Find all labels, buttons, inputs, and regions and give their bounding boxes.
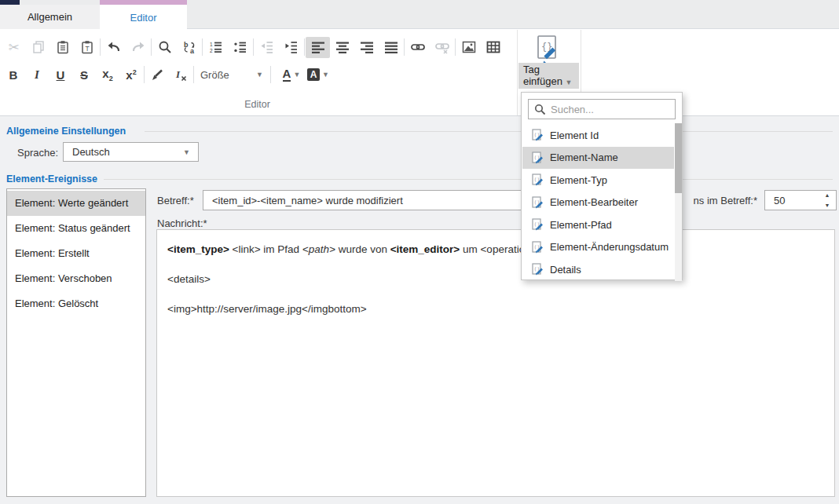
undo-icon [107, 40, 121, 54]
subject-label: Betreff:* [157, 195, 194, 206]
tab-allgemein-label: Allgemein [27, 11, 72, 23]
align-left-button[interactable] [306, 37, 330, 58]
align-right-button[interactable] [354, 37, 379, 58]
bullet-list-button[interactable] [228, 37, 252, 58]
element-events-title: Element-Ereignisse [6, 173, 97, 184]
redo-icon [131, 40, 145, 54]
tag-menu-item[interactable]: ()Element-Typ [522, 169, 674, 191]
search-icon [534, 104, 546, 115]
text-color-button[interactable]: A▼ [278, 65, 305, 85]
svg-text:T: T [85, 45, 89, 53]
cut-button[interactable]: ✂ [2, 37, 26, 58]
tag-search-box[interactable] [528, 99, 676, 119]
tag-menu-item[interactable]: ()Element-Bearbeiter [522, 192, 674, 214]
paste-button[interactable] [50, 37, 75, 58]
paste-icon [56, 40, 70, 54]
insert-table-button[interactable] [481, 37, 505, 58]
indent-icon [284, 40, 299, 54]
tag-menu-item-label: Element-Name [550, 152, 618, 163]
chevron-down-icon: ▼ [293, 71, 300, 79]
strikethrough-button[interactable]: S [72, 65, 96, 85]
toolbar-separator [404, 38, 405, 56]
superscript-button[interactable]: x2 [119, 65, 143, 85]
background-color-icon: A [307, 68, 320, 81]
toolbar-separator [304, 38, 305, 56]
event-list-item[interactable]: Element: Verschoben [7, 266, 145, 291]
italic-button[interactable]: I [25, 65, 49, 85]
subject-limit-input[interactable] [765, 191, 820, 210]
insert-tag-icon: {} [533, 35, 564, 66]
toolbar-separator [151, 38, 152, 56]
event-list-item[interactable]: Element: Werte geändert [7, 191, 145, 216]
tag-menu-item[interactable]: ()Element Id [522, 124, 674, 146]
tab-allgemein[interactable]: Allgemein [0, 5, 100, 29]
ordered-list-button[interactable]: 12 [203, 37, 228, 58]
replace-button[interactable]: ba [177, 37, 201, 58]
spinner-arrows: ▲▼ [823, 192, 831, 208]
spinner-up-icon[interactable]: ▲ [825, 192, 830, 198]
background-color-button[interactable]: A▼ [305, 65, 332, 85]
tag-menu-item-label: Details [550, 264, 581, 276]
insert-image-button[interactable] [456, 37, 481, 58]
message-editor[interactable]: <item_type> <link> im Pfad <path> wurde … [156, 229, 835, 497]
justify-button[interactable] [379, 37, 403, 58]
tab-editor-label: Editor [130, 12, 157, 24]
svg-text:I: I [175, 68, 181, 80]
clear-formatting-button[interactable]: I [169, 65, 192, 85]
language-select-value: Deutsch [72, 146, 110, 158]
toolbar-separator [144, 66, 145, 83]
undo-button[interactable] [101, 37, 126, 58]
tag-menu-item-label: Element-Typ [550, 174, 607, 186]
format-painter-button[interactable] [145, 65, 169, 85]
bold-button[interactable]: B [2, 65, 25, 85]
toolbar-row-1: ✂ T ba 12 [2, 36, 505, 58]
tag-icon: () [532, 263, 544, 276]
toolbar-separator [193, 66, 194, 83]
indent-button[interactable] [279, 37, 303, 58]
underline-button[interactable]: U [49, 65, 72, 85]
menu-scrollbar-thumb[interactable] [675, 123, 682, 193]
event-list-item[interactable]: Element: Status geändert [7, 216, 145, 241]
menu-scrollbar[interactable] [675, 123, 682, 281]
settings-content: Allgemeine Einstellungen Sprache: Deutsc… [0, 116, 839, 504]
tag-search-input[interactable] [546, 104, 689, 115]
tag-icon: () [532, 152, 544, 164]
paste-as-text-button[interactable]: T [75, 37, 99, 58]
event-list-item[interactable]: Element: Gelöscht [7, 291, 145, 316]
chevron-down-icon: ▼ [566, 79, 573, 86]
unlink-button[interactable] [430, 37, 454, 58]
link-button[interactable] [405, 37, 430, 58]
general-settings-title: Allgemeine Einstellungen [6, 126, 126, 137]
event-list-item[interactable]: Element: Erstellt [7, 241, 145, 266]
tag-menu-item[interactable]: ()Details [522, 258, 674, 280]
tag-menu-item[interactable]: ()Element-Name [522, 147, 674, 169]
tab-editor[interactable]: Editor [100, 0, 187, 30]
outdent-button[interactable] [255, 37, 279, 58]
svg-text:2: 2 [210, 48, 213, 53]
align-left-icon [311, 40, 325, 54]
font-size-dropdown-label: Größe [200, 69, 229, 81]
tag-icon: () [532, 218, 544, 231]
section-divider [104, 179, 833, 180]
align-center-button[interactable] [330, 37, 354, 58]
subscript-button[interactable]: x2 [96, 65, 119, 85]
language-select[interactable]: Deutsch ▼ [63, 142, 199, 162]
copy-button[interactable] [26, 37, 50, 58]
cut-icon: ✂ [8, 41, 19, 54]
chevron-down-icon: ▼ [256, 71, 263, 79]
tag-menu-item-label: Element-Änderungsdatum [550, 241, 669, 253]
strikethrough-icon: S [80, 68, 88, 82]
tag-menu-item[interactable]: ()Element-Änderungsdatum [522, 236, 674, 258]
tag-menu-item[interactable]: ()Element-Pfad [522, 214, 674, 236]
font-size-dropdown[interactable]: Größe▼ [195, 65, 269, 84]
ribbon-separator [517, 30, 518, 115]
message-label: Nachricht:* [157, 217, 207, 229]
spinner-down-icon[interactable]: ▼ [825, 203, 830, 208]
text-color-icon: A [283, 68, 291, 82]
tag-icon: () [532, 173, 544, 186]
redo-button[interactable] [126, 37, 150, 58]
search-button[interactable] [152, 37, 177, 58]
tag-icon: () [532, 129, 544, 141]
align-center-icon [335, 40, 350, 54]
tag-menu-item-label: Element-Pfad [550, 219, 612, 231]
